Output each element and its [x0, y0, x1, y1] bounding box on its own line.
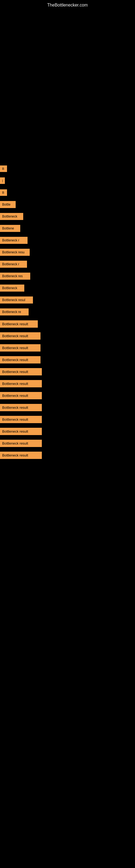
result-row: Bottleneck res: [0, 270, 135, 282]
result-row: Bottleneck result: [0, 366, 135, 378]
result-row: |: [0, 175, 135, 187]
result-badge[interactable]: Bottleneck result: [0, 380, 42, 388]
result-row: Bottleneck resu: [0, 246, 135, 258]
result-badge[interactable]: Bottleneck result: [0, 428, 42, 435]
result-badge[interactable]: Bottleneck res: [0, 273, 30, 280]
result-badge[interactable]: Bottleneck: [0, 213, 23, 220]
result-row: Bottleneck: [0, 282, 135, 294]
result-badge[interactable]: Bottleneck result: [0, 344, 41, 351]
result-row: Bottleneck result: [0, 401, 135, 413]
result-badge[interactable]: Bottleneck result: [0, 416, 42, 423]
result-row: Bottleneck result: [0, 378, 135, 390]
result-badge[interactable]: Bottleneck result: [0, 320, 38, 328]
result-badge[interactable]: B: [0, 189, 7, 196]
result-badge[interactable]: |: [0, 177, 5, 184]
result-row: Bottleneck result: [0, 354, 135, 366]
result-row: Bottleneck result: [0, 342, 135, 354]
result-row: Bottleneck r: [0, 258, 135, 270]
results-container: B|BBottleBottleneckBottleneBottleneck rB…: [0, 163, 135, 461]
result-badge[interactable]: Bottleneck result: [0, 332, 41, 340]
result-row: Bottleneck: [0, 211, 135, 222]
result-badge[interactable]: Bottleneck result: [0, 392, 42, 399]
result-badge[interactable]: Bottleneck result: [0, 452, 42, 459]
result-badge[interactable]: Bottleneck re: [0, 308, 29, 315]
result-badge[interactable]: Bottleneck resu: [0, 249, 30, 256]
result-row: Bottleneck result: [0, 437, 135, 449]
result-badge[interactable]: Bottleneck result: [0, 368, 42, 375]
result-row: Bottleneck re: [0, 306, 135, 318]
result-badge[interactable]: Bottleneck r: [0, 237, 28, 244]
result-row: Bottle: [0, 198, 135, 211]
result-badge[interactable]: B: [0, 165, 7, 172]
result-badge[interactable]: Bottleneck r: [0, 261, 27, 268]
result-badge[interactable]: Bottleneck result: [0, 440, 42, 447]
result-badge[interactable]: Bottleneck result: [0, 356, 41, 364]
result-row: Bottlene: [0, 222, 135, 235]
result-badge[interactable]: Bottlene: [0, 225, 20, 232]
result-badge[interactable]: Bottle: [0, 201, 16, 208]
result-badge[interactable]: Bottleneck: [0, 284, 24, 291]
result-badge[interactable]: Bottleneck resul: [0, 297, 33, 304]
result-row: Bottleneck r: [0, 235, 135, 246]
result-row: B: [0, 163, 135, 175]
result-row: Bottleneck result: [0, 449, 135, 461]
result-row: Bottleneck result: [0, 390, 135, 401]
result-row: Bottleneck result: [0, 425, 135, 437]
site-title: TheBottlenecker.com: [0, 0, 135, 10]
result-row: B: [0, 187, 135, 198]
result-row: Bottleneck result: [0, 318, 135, 330]
result-row: Bottleneck result: [0, 413, 135, 425]
result-row: Bottleneck result: [0, 330, 135, 342]
result-row: Bottleneck resul: [0, 294, 135, 306]
result-badge[interactable]: Bottleneck result: [0, 404, 42, 411]
